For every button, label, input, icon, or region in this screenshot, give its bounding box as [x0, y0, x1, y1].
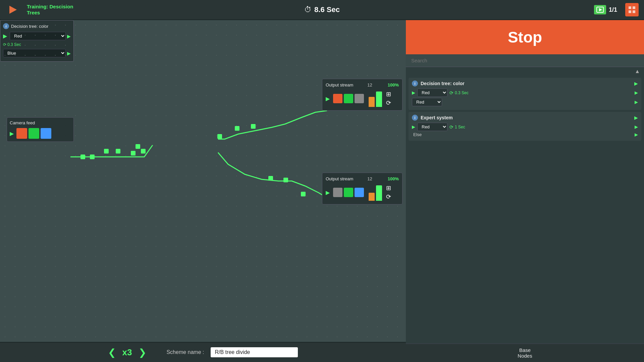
base-nodes-label: BaseNodes — [406, 344, 644, 362]
panel-es-else-label: Else — [412, 132, 422, 137]
os-sq-red — [333, 94, 342, 103]
back-button[interactable] — [5, 2, 21, 18]
panel-es-play[interactable]: ▶ — [634, 115, 638, 120]
os-sq-blue — [355, 188, 364, 197]
camera-play-btn[interactable]: ▶ — [10, 130, 14, 137]
panel-es-play4[interactable]: ▶ — [635, 132, 638, 137]
panel-es-dropdown1[interactable]: Red — [417, 123, 447, 131]
dt-title: Decision tree: color — [11, 24, 48, 29]
timer-icon-es: ⟳ — [449, 124, 453, 130]
panel-es-play2[interactable]: ▶ — [412, 124, 415, 129]
connector-dot — [251, 124, 256, 129]
panels-scroll[interactable]: i Decision tree: color ▶ ▶ Red ⟳ 0.3 Sec… — [406, 76, 644, 353]
dt-dropdown-blue[interactable]: Blue — [3, 49, 66, 57]
os-sq-green2 — [344, 188, 353, 197]
panel-dt-play4[interactable]: ▶ — [635, 100, 638, 105]
refresh-icon2[interactable]: ⟳ — [386, 193, 391, 200]
bottom-bar: ❮ x3 ❯ Scheme name : — [0, 342, 406, 362]
toolbar-icon[interactable] — [625, 3, 639, 16]
connector-dot — [104, 149, 109, 154]
os-bottom-title: Output stream — [326, 176, 353, 181]
dt-header: i Decision tree: color — [3, 23, 71, 29]
panel-es-row1: ▶ Red ⟳ 1 Sec ▶ — [412, 123, 638, 131]
scroll-up-arrow[interactable]: ▲ — [635, 68, 640, 74]
square-green — [29, 128, 39, 139]
connector-dot — [283, 178, 288, 182]
connector-dot — [301, 192, 306, 196]
dt-blue-row: Blue ▶ — [3, 49, 71, 57]
panel-dt-dropdown2[interactable]: Red — [412, 98, 442, 106]
panel-dt-row2: Red ▶ — [412, 98, 638, 106]
timer-icon-dt: ⟳ — [449, 90, 453, 96]
layers-icon[interactable]: ⊞ — [386, 90, 391, 98]
right-panel: Stop ▲ i Decision tree: color ▶ ▶ Red ⟳ … — [406, 20, 644, 362]
title-line1: Training: Descision — [27, 4, 73, 10]
bar-orange — [369, 97, 375, 107]
dt-play-out-blue[interactable]: ▶ — [67, 51, 71, 56]
panel-es-timer: ⟳ 1 Sec — [449, 124, 465, 130]
title-line2: Trees — [27, 10, 73, 16]
header: Training: Descision Trees ⏱ 8.6 Sec 1/1 — [0, 0, 644, 20]
svg-rect-6 — [633, 10, 635, 13]
base-nodes-text: BaseNodes — [518, 347, 532, 359]
timer-area: ⏱ 8.6 Sec — [304, 5, 340, 14]
bar-orange2 — [369, 193, 375, 201]
square-red — [16, 128, 27, 139]
chevron-left-btn[interactable]: ❮ — [108, 347, 116, 358]
connector-dot — [141, 149, 146, 154]
connector-dot — [268, 176, 273, 181]
panel-dt-play[interactable]: ▶ — [634, 81, 638, 86]
os-sq-gray — [355, 94, 364, 103]
panel-dt-title: Decision tree: color — [421, 81, 465, 86]
panel-es-badge: i — [412, 115, 418, 121]
connector-dot — [80, 155, 85, 159]
title-area: Training: Descision Trees — [27, 4, 73, 16]
refresh-icon[interactable]: ⟳ — [386, 99, 391, 107]
os-top-play[interactable]: ▶ — [326, 96, 330, 102]
search-input[interactable] — [406, 54, 644, 67]
panel-dt-header: i Decision tree: color ▶ — [412, 80, 638, 86]
panel-dt-row1: ▶ Red ⟳ 0.3 Sec ▶ — [412, 88, 638, 97]
os-bottom-bars — [369, 184, 382, 201]
panel-es-title: Expert system — [421, 115, 453, 120]
progress-text: 1/1 — [609, 6, 617, 13]
dt-play-in[interactable]: ▶ — [3, 33, 7, 39]
panel-es-play3[interactable]: ▶ — [635, 124, 638, 129]
dt-play-out-red[interactable]: ▶ — [67, 34, 71, 39]
os-bottom-play[interactable]: ▶ — [326, 189, 330, 196]
os-sq-green — [344, 94, 353, 103]
progress-area: 1/1 — [594, 3, 639, 16]
panel-es-header: i Expert system ▶ — [412, 115, 638, 121]
os-bottom-percent: 100% — [388, 176, 399, 181]
panel-decision-tree: i Decision tree: color ▶ ▶ Red ⟳ 0.3 Sec… — [409, 78, 641, 110]
panel-es-timer-text: 1 Sec — [455, 125, 465, 129]
connector-dot — [116, 149, 120, 154]
panel-dt-badge: i — [412, 80, 418, 86]
output-stream-bottom: Output stream 12 100% ▶ ⊞ ⟳ — [322, 173, 402, 204]
scheme-label: Scheme name : — [166, 349, 204, 355]
panel-dt-play3[interactable]: ▶ — [635, 90, 638, 95]
multiplier-text: x3 — [122, 347, 132, 358]
timer-text: 8.6 Sec — [314, 5, 340, 14]
panel-dt-dropdown1[interactable]: Red — [417, 88, 447, 97]
dt-info-badge: i — [3, 23, 9, 29]
stop-button[interactable]: Stop — [406, 20, 644, 54]
svg-marker-0 — [9, 6, 17, 14]
panel-dt-play2[interactable]: ▶ — [412, 90, 415, 95]
os-top-icons: ⊞ ⟳ — [386, 90, 391, 107]
chevron-right-btn[interactable]: ❯ — [139, 347, 146, 358]
square-blue — [41, 128, 51, 139]
os-bottom-header: Output stream 12 100% — [326, 176, 399, 181]
bar-green2 — [376, 185, 382, 201]
os-top-bars — [369, 90, 382, 107]
os-bottom-body: ▶ ⊞ ⟳ — [326, 184, 399, 201]
output-stream-top: Output stream 12 100% ▶ ⊞ ⟳ — [322, 79, 402, 111]
scheme-name-input[interactable] — [211, 347, 298, 357]
os-top-percent: 100% — [388, 82, 399, 87]
dt-dropdown-red[interactable]: Red — [10, 32, 66, 40]
os-bottom-icons: ⊞ ⟳ — [386, 184, 391, 200]
canvas-area: Camera feed ▶ i Decision tree: color ▶ R… — [0, 20, 406, 342]
connector-dot — [90, 155, 95, 159]
layers-icon2[interactable]: ⊞ — [386, 184, 391, 192]
panel-dt-timer: ⟳ 0.3 Sec — [449, 90, 469, 96]
